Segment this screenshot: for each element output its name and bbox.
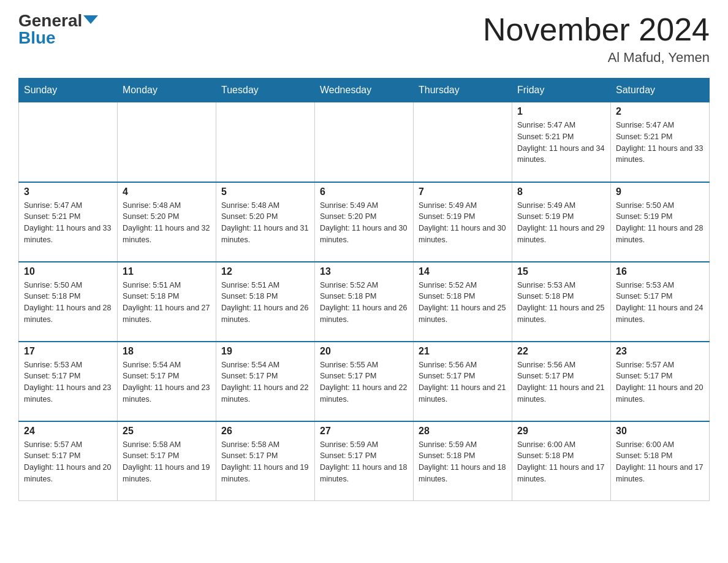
day-number: 28	[419, 426, 507, 437]
day-info: Sunrise: 5:53 AMSunset: 5:18 PMDaylight:…	[517, 280, 605, 326]
day-info: Sunrise: 5:51 AMSunset: 5:18 PMDaylight:…	[221, 280, 309, 326]
day-number: 1	[517, 106, 605, 117]
day-info: Sunrise: 5:54 AMSunset: 5:17 PMDaylight:…	[221, 359, 309, 405]
calendar-week-row: 3Sunrise: 5:47 AMSunset: 5:21 PMDaylight…	[19, 182, 710, 262]
day-info: Sunrise: 5:49 AMSunset: 5:20 PMDaylight:…	[320, 200, 408, 246]
day-number: 27	[320, 426, 408, 437]
day-info: Sunrise: 5:49 AMSunset: 5:19 PMDaylight:…	[419, 200, 507, 246]
location-text: Al Mafud, Yemen	[483, 50, 710, 66]
calendar-cell	[118, 102, 216, 182]
day-number: 11	[123, 266, 211, 277]
calendar-cell: 6Sunrise: 5:49 AMSunset: 5:20 PMDaylight…	[315, 182, 414, 262]
day-number: 17	[24, 346, 112, 357]
day-info: Sunrise: 5:50 AMSunset: 5:19 PMDaylight:…	[616, 200, 704, 246]
calendar-cell: 20Sunrise: 5:55 AMSunset: 5:17 PMDayligh…	[315, 342, 414, 421]
day-info: Sunrise: 5:48 AMSunset: 5:20 PMDaylight:…	[221, 200, 309, 246]
day-info: Sunrise: 5:50 AMSunset: 5:18 PMDaylight:…	[24, 280, 112, 326]
day-number: 14	[419, 266, 507, 277]
day-number: 19	[221, 346, 309, 357]
calendar-cell: 5Sunrise: 5:48 AMSunset: 5:20 PMDaylight…	[216, 182, 315, 262]
calendar-cell: 26Sunrise: 5:58 AMSunset: 5:17 PMDayligh…	[216, 421, 315, 501]
day-info: Sunrise: 5:51 AMSunset: 5:18 PMDaylight:…	[123, 280, 211, 326]
day-header-sunday: Sunday	[19, 79, 118, 102]
day-number: 12	[221, 266, 309, 277]
calendar-cell: 24Sunrise: 5:57 AMSunset: 5:17 PMDayligh…	[19, 421, 118, 501]
calendar-week-row: 17Sunrise: 5:53 AMSunset: 5:17 PMDayligh…	[19, 342, 710, 421]
day-number: 29	[517, 426, 605, 437]
calendar-cell: 19Sunrise: 5:54 AMSunset: 5:17 PMDayligh…	[216, 342, 315, 421]
title-area: November 2024 Al Mafud, Yemen	[483, 12, 710, 66]
day-header-wednesday: Wednesday	[315, 79, 414, 102]
day-info: Sunrise: 5:57 AMSunset: 5:17 PMDaylight:…	[616, 359, 704, 405]
calendar-cell: 23Sunrise: 5:57 AMSunset: 5:17 PMDayligh…	[611, 342, 710, 421]
day-info: Sunrise: 5:49 AMSunset: 5:19 PMDaylight:…	[517, 200, 605, 246]
day-info: Sunrise: 5:52 AMSunset: 5:18 PMDaylight:…	[320, 280, 408, 326]
calendar-cell	[216, 102, 315, 182]
calendar-header-row: SundayMondayTuesdayWednesdayThursdayFrid…	[19, 79, 710, 102]
logo-arrow-icon	[83, 15, 98, 24]
calendar-cell: 27Sunrise: 5:59 AMSunset: 5:17 PMDayligh…	[315, 421, 414, 501]
calendar-cell: 28Sunrise: 5:59 AMSunset: 5:18 PMDayligh…	[414, 421, 512, 501]
month-title: November 2024	[483, 12, 710, 47]
calendar-cell: 21Sunrise: 5:56 AMSunset: 5:17 PMDayligh…	[414, 342, 512, 421]
calendar-cell: 1Sunrise: 5:47 AMSunset: 5:21 PMDaylight…	[512, 102, 611, 182]
day-number: 16	[616, 266, 704, 277]
calendar-cell: 10Sunrise: 5:50 AMSunset: 5:18 PMDayligh…	[19, 262, 118, 342]
day-number: 24	[24, 426, 112, 437]
day-info: Sunrise: 5:58 AMSunset: 5:17 PMDaylight:…	[221, 439, 309, 485]
calendar-cell: 15Sunrise: 5:53 AMSunset: 5:18 PMDayligh…	[512, 262, 611, 342]
page-header: General Blue November 2024 Al Mafud, Yem…	[18, 12, 710, 66]
calendar-cell	[315, 102, 414, 182]
calendar-cell: 29Sunrise: 6:00 AMSunset: 5:18 PMDayligh…	[512, 421, 611, 501]
logo-general-text: General	[18, 12, 82, 29]
day-number: 5	[221, 186, 309, 197]
calendar-week-row: 1Sunrise: 5:47 AMSunset: 5:21 PMDaylight…	[19, 102, 710, 182]
day-number: 30	[616, 426, 704, 437]
calendar-cell: 25Sunrise: 5:58 AMSunset: 5:17 PMDayligh…	[118, 421, 216, 501]
day-number: 20	[320, 346, 408, 357]
calendar-cell: 18Sunrise: 5:54 AMSunset: 5:17 PMDayligh…	[118, 342, 216, 421]
day-number: 22	[517, 346, 605, 357]
day-info: Sunrise: 5:56 AMSunset: 5:17 PMDaylight:…	[517, 359, 605, 405]
day-number: 23	[616, 346, 704, 357]
calendar-cell	[19, 102, 118, 182]
day-info: Sunrise: 5:54 AMSunset: 5:17 PMDaylight:…	[123, 359, 211, 405]
calendar-cell: 11Sunrise: 5:51 AMSunset: 5:18 PMDayligh…	[118, 262, 216, 342]
day-info: Sunrise: 5:53 AMSunset: 5:17 PMDaylight:…	[24, 359, 112, 405]
day-info: Sunrise: 6:00 AMSunset: 5:18 PMDaylight:…	[517, 439, 605, 485]
calendar-cell: 22Sunrise: 5:56 AMSunset: 5:17 PMDayligh…	[512, 342, 611, 421]
calendar-cell: 16Sunrise: 5:53 AMSunset: 5:17 PMDayligh…	[611, 262, 710, 342]
day-info: Sunrise: 5:58 AMSunset: 5:17 PMDaylight:…	[123, 439, 211, 485]
day-header-thursday: Thursday	[414, 79, 512, 102]
logo-blue-text: Blue	[18, 28, 56, 47]
day-number: 26	[221, 426, 309, 437]
day-number: 3	[24, 186, 112, 197]
calendar-cell: 4Sunrise: 5:48 AMSunset: 5:20 PMDaylight…	[118, 182, 216, 262]
day-number: 10	[24, 266, 112, 277]
day-number: 4	[123, 186, 211, 197]
day-number: 13	[320, 266, 408, 277]
calendar-cell: 30Sunrise: 6:00 AMSunset: 5:18 PMDayligh…	[611, 421, 710, 501]
calendar-cell: 7Sunrise: 5:49 AMSunset: 5:19 PMDaylight…	[414, 182, 512, 262]
day-info: Sunrise: 5:53 AMSunset: 5:17 PMDaylight:…	[616, 280, 704, 326]
day-info: Sunrise: 5:55 AMSunset: 5:17 PMDaylight:…	[320, 359, 408, 405]
calendar-cell: 2Sunrise: 5:47 AMSunset: 5:21 PMDaylight…	[611, 102, 710, 182]
day-number: 18	[123, 346, 211, 357]
day-number: 6	[320, 186, 408, 197]
calendar-cell: 8Sunrise: 5:49 AMSunset: 5:19 PMDaylight…	[512, 182, 611, 262]
calendar-cell: 12Sunrise: 5:51 AMSunset: 5:18 PMDayligh…	[216, 262, 315, 342]
day-number: 15	[517, 266, 605, 277]
day-number: 2	[616, 106, 704, 117]
day-info: Sunrise: 5:59 AMSunset: 5:18 PMDaylight:…	[419, 439, 507, 485]
day-number: 8	[517, 186, 605, 197]
day-number: 7	[419, 186, 507, 197]
calendar-table: SundayMondayTuesdayWednesdayThursdayFrid…	[18, 78, 710, 501]
day-info: Sunrise: 5:47 AMSunset: 5:21 PMDaylight:…	[517, 120, 605, 166]
day-header-tuesday: Tuesday	[216, 79, 315, 102]
calendar-cell	[414, 102, 512, 182]
day-header-monday: Monday	[118, 79, 216, 102]
calendar-cell: 14Sunrise: 5:52 AMSunset: 5:18 PMDayligh…	[414, 262, 512, 342]
calendar-week-row: 10Sunrise: 5:50 AMSunset: 5:18 PMDayligh…	[19, 262, 710, 342]
day-info: Sunrise: 5:52 AMSunset: 5:18 PMDaylight:…	[419, 280, 507, 326]
day-number: 21	[419, 346, 507, 357]
